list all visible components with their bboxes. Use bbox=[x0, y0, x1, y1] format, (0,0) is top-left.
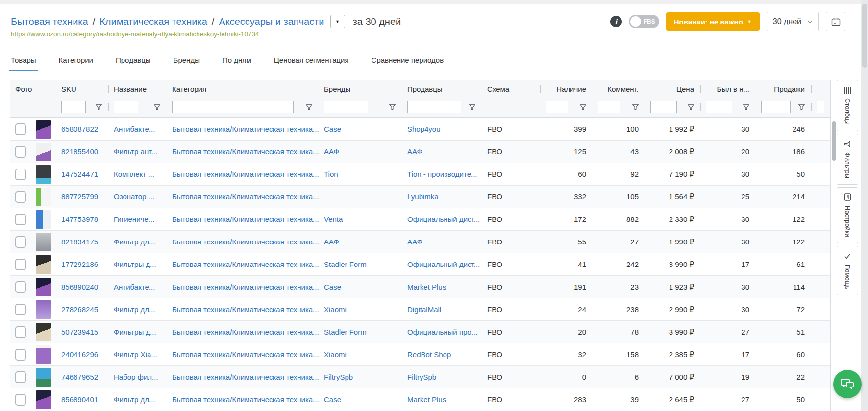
sidebar-tab-3[interactable]: Настройки bbox=[837, 187, 858, 243]
seller-link[interactable]: Shop4you bbox=[407, 125, 441, 133]
sku-link[interactable]: 278268245 bbox=[61, 305, 98, 314]
row-checkbox[interactable] bbox=[15, 304, 26, 315]
category-link[interactable]: Бытовая техника/Климатическая техника... bbox=[172, 283, 319, 291]
sku-link[interactable]: 240416296 bbox=[61, 350, 98, 359]
filter-funnel-icon[interactable] bbox=[743, 104, 749, 110]
tab-1[interactable]: Товары bbox=[11, 51, 36, 71]
product-photo[interactable] bbox=[36, 165, 51, 184]
product-photo[interactable] bbox=[36, 188, 51, 206]
brand-link[interactable]: Venta bbox=[324, 215, 343, 223]
category-link[interactable]: Бытовая техника/Климатическая техника... bbox=[172, 125, 319, 133]
category-link[interactable]: Бытовая техника/Климатическая техника... bbox=[172, 395, 319, 404]
sku-link[interactable]: 821855400 bbox=[61, 147, 98, 156]
filter-funnel-icon[interactable] bbox=[688, 104, 694, 110]
category-link[interactable]: Бытовая техника/Климатическая техника... bbox=[172, 350, 319, 359]
filter-sales-input[interactable] bbox=[761, 101, 791, 113]
novelty-filter-button[interactable]: Новинки: не важно ▼ bbox=[666, 12, 760, 31]
brand-link[interactable]: Case bbox=[324, 125, 341, 133]
filter-funnel-icon[interactable] bbox=[798, 104, 805, 110]
product-name-link[interactable]: Набор фил... bbox=[114, 373, 158, 381]
category-link[interactable]: Бытовая техника/Климатическая техника... bbox=[172, 193, 319, 201]
sku-link[interactable]: 856890401 bbox=[61, 395, 98, 404]
row-checkbox[interactable] bbox=[15, 236, 26, 248]
category-url[interactable]: https://www.ozon.ru/category/rashodnye-m… bbox=[11, 30, 259, 38]
product-photo[interactable] bbox=[36, 210, 51, 229]
category-link[interactable]: Бытовая техника/Климатическая техника... bbox=[172, 215, 319, 223]
tab-6[interactable]: Ценовая сегментация bbox=[274, 51, 349, 71]
column-header-sellers[interactable]: Продавцы bbox=[402, 85, 482, 93]
product-photo[interactable] bbox=[36, 390, 51, 409]
seller-link[interactable]: FiltrySpb bbox=[407, 373, 436, 381]
category-dropdown-button[interactable]: ▼ bbox=[330, 15, 345, 28]
seller-link[interactable]: Официальный про... bbox=[407, 328, 477, 336]
sku-link[interactable]: 821834175 bbox=[61, 238, 98, 246]
product-name-link[interactable]: Фильтры д... bbox=[114, 260, 156, 268]
page-scrollbar[interactable] bbox=[861, 0, 868, 411]
row-checkbox[interactable] bbox=[15, 214, 26, 225]
column-header-sales[interactable]: Продажи bbox=[756, 85, 812, 93]
tab-2[interactable]: Категории bbox=[59, 51, 93, 71]
row-checkbox[interactable] bbox=[15, 326, 26, 338]
product-photo[interactable] bbox=[36, 323, 51, 341]
brand-link[interactable]: ААФ bbox=[324, 238, 339, 246]
tab-5[interactable]: По дням bbox=[223, 51, 251, 71]
filter-funnel-icon[interactable] bbox=[306, 104, 312, 110]
brand-link[interactable]: Stadler Form bbox=[324, 260, 367, 268]
product-name-link[interactable]: Фильтр дл... bbox=[114, 305, 155, 314]
seller-link[interactable]: DigitalMall bbox=[407, 305, 441, 314]
filter-days-input[interactable] bbox=[706, 101, 732, 113]
table-scrollbar-thumb[interactable] bbox=[832, 121, 836, 161]
filter-funnel-icon[interactable] bbox=[96, 104, 102, 110]
row-checkbox[interactable] bbox=[15, 259, 26, 270]
seller-link[interactable]: Market Plus bbox=[407, 283, 446, 291]
filter-funnel-icon[interactable] bbox=[389, 104, 396, 110]
category-link[interactable]: Бытовая техника/Климатическая техника... bbox=[172, 170, 319, 178]
filter-name-input[interactable] bbox=[114, 101, 138, 113]
brand-link[interactable]: Xiaomi bbox=[324, 350, 347, 359]
filter-stock-input[interactable] bbox=[546, 101, 568, 113]
product-name-link[interactable]: Комплект ... bbox=[114, 170, 154, 178]
breadcrumb-link-2[interactable]: Климатическая техника bbox=[99, 16, 207, 27]
column-header-sku[interactable]: SKU bbox=[56, 85, 109, 93]
product-photo[interactable] bbox=[36, 233, 51, 251]
sku-link[interactable]: 887725799 bbox=[61, 193, 98, 201]
row-checkbox[interactable] bbox=[15, 146, 26, 158]
category-link[interactable]: Бытовая техника/Климатическая техника... bbox=[172, 260, 319, 268]
product-photo[interactable] bbox=[36, 345, 51, 364]
sku-link[interactable]: 147524471 bbox=[61, 170, 98, 178]
column-header-days-in-stock[interactable]: Был в н... bbox=[701, 85, 756, 93]
filter-brand-input[interactable] bbox=[324, 101, 368, 113]
sku-link[interactable]: 177292186 bbox=[61, 260, 98, 268]
product-photo[interactable] bbox=[36, 368, 51, 387]
column-header-price[interactable]: Цена bbox=[645, 85, 701, 93]
sku-link[interactable]: 507239415 bbox=[61, 328, 98, 336]
chat-button[interactable] bbox=[833, 370, 862, 398]
column-header-category[interactable]: Категория bbox=[167, 85, 319, 93]
row-checkbox[interactable] bbox=[15, 169, 26, 180]
sku-link[interactable]: 856890240 bbox=[61, 283, 98, 291]
row-checkbox[interactable] bbox=[15, 123, 26, 135]
sidebar-tab-1[interactable]: Столбцы bbox=[837, 80, 858, 131]
product-name-link[interactable]: Фильтр Xia... bbox=[114, 350, 157, 359]
category-link[interactable]: Бытовая техника/Климатическая техника... bbox=[172, 238, 319, 246]
product-photo[interactable] bbox=[36, 120, 51, 139]
row-checkbox[interactable] bbox=[15, 281, 26, 293]
column-header-photo[interactable]: Фото bbox=[10, 85, 56, 93]
seller-link[interactable]: Lyubimka bbox=[407, 193, 439, 201]
filter-comments-input[interactable] bbox=[598, 101, 620, 113]
product-name-link[interactable]: Фильтр дл... bbox=[114, 238, 155, 246]
seller-link[interactable]: Официальный дист... bbox=[407, 260, 480, 268]
product-name-link[interactable]: Антибакте... bbox=[114, 283, 155, 291]
sku-link[interactable]: 658087822 bbox=[61, 125, 98, 133]
filter-sku-input[interactable] bbox=[61, 101, 86, 113]
filter-funnel-icon[interactable] bbox=[632, 104, 639, 110]
seller-link[interactable]: RedBot Shop bbox=[407, 350, 451, 359]
product-photo[interactable] bbox=[36, 300, 51, 319]
product-name-link[interactable]: Гигиениче... bbox=[114, 215, 154, 223]
row-checkbox[interactable] bbox=[15, 394, 26, 406]
product-name-link[interactable]: Фильтр дл... bbox=[114, 395, 155, 404]
column-header-brands[interactable]: Бренды bbox=[319, 85, 402, 93]
filter-extra-input[interactable] bbox=[817, 101, 824, 113]
seller-link[interactable]: ААФ bbox=[407, 238, 422, 246]
row-checkbox[interactable] bbox=[15, 349, 26, 361]
